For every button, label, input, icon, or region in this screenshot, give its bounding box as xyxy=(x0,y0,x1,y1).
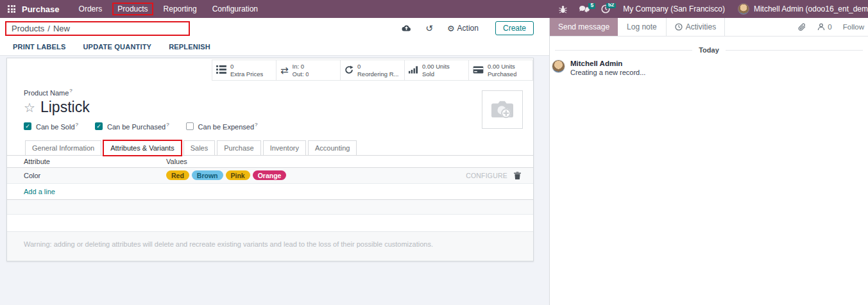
app-name[interactable]: Purchase xyxy=(22,4,60,14)
schedule-activity-button[interactable]: Activities xyxy=(666,18,725,36)
product-name-input[interactable]: Lipstick xyxy=(40,99,90,116)
create-button[interactable]: Create xyxy=(495,21,534,35)
message-author-avatar xyxy=(552,60,565,73)
value-tag[interactable]: Pink xyxy=(226,170,250,180)
sold-stat-button[interactable]: 0.00 UnitsSold xyxy=(404,60,469,81)
help-marker: ? xyxy=(76,122,78,128)
gear-icon: ⚙ xyxy=(447,24,455,33)
help-marker: ? xyxy=(69,88,72,94)
breadcrumb-separator: / xyxy=(47,24,50,33)
stat-label: Out: 0 xyxy=(293,70,309,78)
messages-badge: 5 xyxy=(588,3,595,9)
apps-menu-icon[interactable] xyxy=(8,5,15,13)
help-marker: ? xyxy=(166,122,169,128)
empty-table-row xyxy=(7,215,533,231)
delete-row-trash-icon[interactable] xyxy=(514,172,533,179)
message-body: Creating a new record... xyxy=(570,69,645,76)
messages-icon[interactable]: 5 xyxy=(579,5,590,13)
tab-purchase[interactable]: Purchase xyxy=(217,140,260,156)
clock-icon xyxy=(675,23,683,31)
configure-button[interactable]: CONFIGURE xyxy=(466,172,514,179)
breadcrumb: Products / New xyxy=(5,21,190,36)
purchased-stat-button[interactable]: 0.00 UnitsPurchased xyxy=(468,60,533,81)
company-switcher[interactable]: My Company (San Francisco) xyxy=(623,4,725,13)
tab-accounting[interactable]: Accounting xyxy=(308,140,357,156)
action-menu[interactable]: ⚙ Action xyxy=(447,24,479,33)
value-tag[interactable]: Red xyxy=(166,170,189,180)
followers-count: 0 xyxy=(828,23,831,31)
menu-reporting[interactable]: Reporting xyxy=(158,3,202,15)
send-message-button[interactable]: Send message xyxy=(550,18,618,36)
systray: 5 52 My Company (San Francisco) Mitchell… xyxy=(268,3,868,15)
can-be-expensed-checkbox[interactable] xyxy=(186,122,194,130)
action-menu-label: Action xyxy=(457,24,479,33)
credit-card-icon xyxy=(473,65,484,75)
product-form-sheet: 0Extra Prices ⇄ In: 0Out: 0 0Reordering … xyxy=(6,58,534,261)
stat-label: Sold xyxy=(422,70,450,78)
form-view: Products / New ↺ ⚙ Action Create xyxy=(0,18,549,305)
can-be-purchased-checkbox[interactable]: ✓ xyxy=(95,122,103,130)
chatter-toolbar: Send message Log note Activities 0 Follo… xyxy=(550,18,868,37)
tab-attributes-variants[interactable]: Attributes & Variants xyxy=(103,140,181,156)
breadcrumb-current: New xyxy=(53,24,70,33)
chatter-message: Mitchell Admin Creating a new record... xyxy=(550,54,868,76)
camera-plus-icon xyxy=(489,99,516,120)
can-be-sold-checkbox[interactable]: ✓ xyxy=(24,122,31,130)
save-cloud-icon[interactable] xyxy=(402,24,411,33)
product-name-label: Product Name? xyxy=(24,88,533,97)
date-divider-label: Today xyxy=(699,46,719,54)
in-out-stat-button[interactable]: ⇄ In: 0Out: 0 xyxy=(276,60,341,81)
followers-button[interactable]: 0 xyxy=(817,23,831,31)
attribute-values-cell[interactable]: Red Brown Pink Orange xyxy=(166,170,466,180)
add-a-line-link[interactable]: Add a line xyxy=(7,184,533,200)
attribute-name-cell[interactable]: Color xyxy=(24,172,166,179)
stat-value: 0 xyxy=(357,63,398,70)
log-note-button[interactable]: Log note xyxy=(618,18,666,36)
person-icon xyxy=(817,23,825,31)
values-column-header: Values xyxy=(166,158,514,165)
tab-sales[interactable]: Sales xyxy=(183,140,216,156)
update-quantity-button[interactable]: UPDATE QUANTITY xyxy=(83,43,151,51)
stat-value: 0.00 Units xyxy=(488,63,516,70)
schedule-activity-label: Activities xyxy=(686,22,716,31)
attribute-lines-table: Attribute Values Color Red Brown Pink Or… xyxy=(7,156,533,231)
bar-chart-icon xyxy=(409,65,418,75)
tab-general-information[interactable]: General Information xyxy=(25,140,101,156)
favorite-star-icon[interactable]: ☆ xyxy=(24,101,35,114)
transfer-arrows-icon: ⇄ xyxy=(280,65,289,75)
menu-configuration[interactable]: Configuration xyxy=(207,3,263,15)
breadcrumb-products-link[interactable]: Products xyxy=(12,24,44,33)
tab-inventory[interactable]: Inventory xyxy=(263,140,306,156)
follow-button[interactable]: Follow xyxy=(843,23,864,31)
value-tag[interactable]: Orange xyxy=(253,170,287,180)
chatter-panel: Send message Log note Activities 0 Follo… xyxy=(549,18,868,305)
debug-bug-icon[interactable] xyxy=(559,5,567,13)
stat-button-row: 0Extra Prices ⇄ In: 0Out: 0 0Reordering … xyxy=(212,60,533,81)
date-divider: Today xyxy=(550,46,868,54)
stat-value: In: 0 xyxy=(293,63,309,70)
attach-files-button[interactable] xyxy=(798,23,806,31)
stat-value: 0.00 Units xyxy=(422,63,450,70)
list-icon xyxy=(216,65,226,75)
menu-orders[interactable]: Orders xyxy=(74,3,108,15)
capability-checkboxes: ✓ Can be Sold? ✓ Can be Purchased? Can b… xyxy=(24,120,533,133)
user-menu[interactable]: Mitchell Admin (odoo16_ent_dem xyxy=(738,3,868,15)
notebook-tabs: General Information Attributes & Variant… xyxy=(7,140,533,156)
print-labels-button[interactable]: PRINT LABELS xyxy=(13,43,65,51)
menu-products[interactable]: Products xyxy=(112,3,153,15)
discard-undo-icon[interactable]: ↺ xyxy=(425,24,433,33)
product-image-upload[interactable] xyxy=(482,90,523,129)
message-author: Mitchell Admin xyxy=(570,60,645,67)
can-be-expensed-label: Can be Expensed? xyxy=(198,122,258,131)
extra-prices-stat-button[interactable]: 0Extra Prices xyxy=(212,60,277,81)
value-tag[interactable]: Brown xyxy=(192,170,223,180)
empty-table-row xyxy=(7,200,533,215)
replenish-button[interactable]: REPLENISH xyxy=(169,43,210,51)
activities-clock-icon[interactable]: 52 xyxy=(601,4,610,13)
stat-label: Extra Prices xyxy=(230,70,263,78)
stat-value: 0 xyxy=(230,63,263,70)
attribute-row-color: Color Red Brown Pink Orange CONFIGURE xyxy=(7,168,533,184)
reordering-rules-stat-button[interactable]: 0Reordering R... xyxy=(340,60,405,81)
can-be-sold-label: Can be Sold? xyxy=(36,122,78,131)
user-avatar xyxy=(738,3,749,15)
